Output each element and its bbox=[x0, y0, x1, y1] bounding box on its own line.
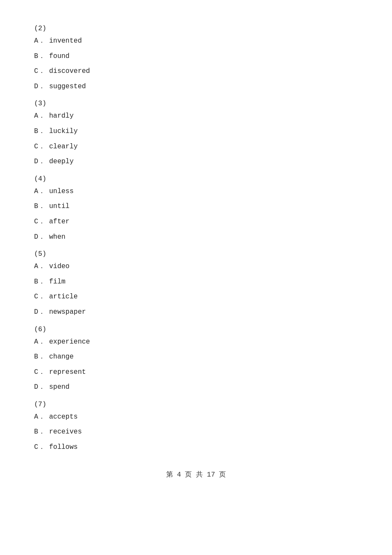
option-2-4[interactable]: D． deeply bbox=[34, 156, 358, 168]
question-number-6: (7) bbox=[34, 401, 358, 408]
option-6-3[interactable]: C． follows bbox=[34, 442, 358, 453]
option-1-4[interactable]: D． suggested bbox=[34, 81, 358, 92]
question-group-2: (3)A． hardlyB． luckilyC． clearlyD． deepl… bbox=[34, 100, 358, 167]
footer-text: 第 4 页 共 17 页 bbox=[166, 471, 226, 479]
option-5-2[interactable]: B． change bbox=[34, 352, 358, 363]
option-1-1[interactable]: A． invented bbox=[34, 36, 358, 47]
question-number-4: (5) bbox=[34, 250, 358, 258]
question-group-3: (4)A． unlessB． untilC． afterD． when bbox=[34, 175, 358, 243]
question-group-1: (2)A． inventedB． foundC． discoveredD． su… bbox=[34, 25, 358, 92]
option-2-1[interactable]: A． hardly bbox=[34, 111, 358, 122]
question-number-1: (2) bbox=[34, 25, 358, 32]
option-3-4[interactable]: D． when bbox=[34, 232, 358, 243]
option-6-1[interactable]: A． accepts bbox=[34, 412, 358, 423]
page-footer: 第 4 页 共 17 页 bbox=[34, 470, 358, 479]
question-number-3: (4) bbox=[34, 175, 358, 183]
exam-content: (2)A． inventedB． foundC． discoveredD． su… bbox=[34, 25, 358, 453]
option-1-3[interactable]: C． discovered bbox=[34, 66, 358, 77]
option-4-1[interactable]: A． video bbox=[34, 261, 358, 272]
option-3-2[interactable]: B． until bbox=[34, 201, 358, 212]
option-5-3[interactable]: C． represent bbox=[34, 367, 358, 378]
option-5-4[interactable]: D． spend bbox=[34, 382, 358, 393]
option-4-4[interactable]: D． newspaper bbox=[34, 307, 358, 318]
option-6-2[interactable]: B． receives bbox=[34, 427, 358, 438]
option-2-3[interactable]: C． clearly bbox=[34, 142, 358, 153]
option-5-1[interactable]: A． experience bbox=[34, 337, 358, 348]
question-group-6: (7)A． acceptsB． receivesC． follows bbox=[34, 401, 358, 453]
option-4-3[interactable]: C． article bbox=[34, 292, 358, 303]
option-1-2[interactable]: B． found bbox=[34, 51, 358, 62]
option-3-3[interactable]: C． after bbox=[34, 217, 358, 228]
option-4-2[interactable]: B． film bbox=[34, 277, 358, 288]
option-3-1[interactable]: A． unless bbox=[34, 186, 358, 197]
question-group-4: (5)A． videoB． filmC． articleD． newspaper bbox=[34, 250, 358, 318]
option-2-2[interactable]: B． luckily bbox=[34, 126, 358, 137]
question-number-5: (6) bbox=[34, 326, 358, 333]
question-group-5: (6)A． experienceB． changeC． representD． … bbox=[34, 326, 358, 393]
question-number-2: (3) bbox=[34, 100, 358, 107]
